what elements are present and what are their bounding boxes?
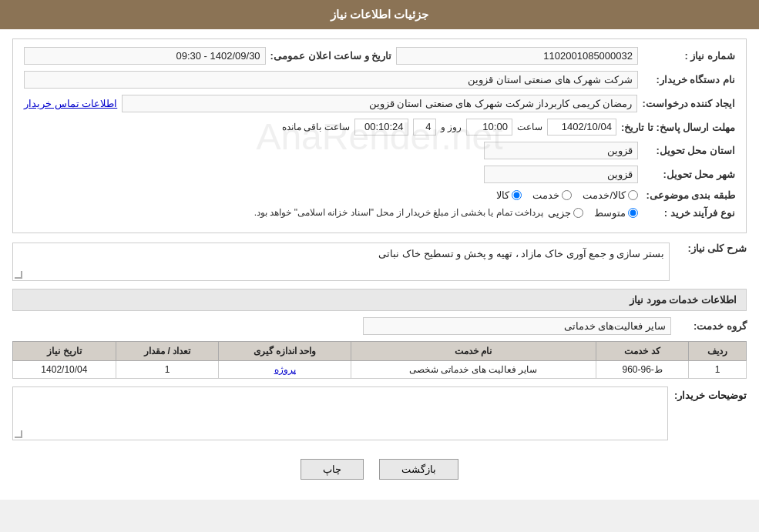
services-table: ردیف کد خدمت نام خدمت واحد اندازه گیری ت…: [12, 341, 747, 379]
process-radio-group: متوسط جزیی: [548, 207, 638, 219]
resize-handle[interactable]: [15, 271, 22, 279]
org-row: نام دستگاه خریدار: شرکت شهرک های صنعتی ا…: [24, 71, 735, 89]
need-number-value: 1102001085000032: [396, 47, 638, 65]
creator-row: ایجاد کننده درخواست: رمضان کریمی کاربردا…: [24, 95, 735, 112]
group-service-row: گروه خدمت: سایر فعالیت‌های خدماتی: [12, 317, 747, 335]
need-desc-label: شرح کلی نیاز:: [677, 243, 747, 254]
org-value: شرکت شهرک های صنعتی استان قزوین: [24, 71, 638, 89]
buyer-desc-label: توضیحات خریدار:: [674, 386, 747, 401]
footer-buttons: بازگشت چاپ: [12, 448, 747, 490]
city-value: قزوین: [484, 166, 638, 183]
need-number-label: شماره نیاز :: [643, 50, 735, 62]
page-wrapper: جزئیات اطلاعات نیاز AnaRender.net شماره …: [0, 0, 759, 500]
time-label: ساعت: [517, 122, 542, 132]
cell-quantity: 1: [116, 361, 219, 379]
need-desc-box: بستر سازی و جمع آوری خاک مازاد ، تهیه و …: [12, 243, 670, 281]
need-desc-value: بستر سازی و جمع آوری خاک مازاد ، تهیه و …: [378, 248, 664, 259]
category-kala-radio[interactable]: [512, 190, 522, 200]
process-desc: پرداخت تمام یا بخشی از مبلغ خریدار از مح…: [24, 207, 543, 218]
page-title: جزئیات اطلاعات نیاز: [331, 8, 428, 21]
process-type-row: نوع فرآیند خرید : متوسط جزیی پرداخت تمام…: [24, 207, 735, 219]
date-row: مهلت ارسال پاسخ: تا تاریخ: 1402/10/04 سا…: [24, 119, 735, 136]
category-radio-group: کالا/خدمت خدمت کالا: [496, 189, 638, 201]
province-value: قزوین: [484, 142, 638, 159]
city-label: شهر محل تحویل:: [643, 169, 735, 180]
back-button[interactable]: بازگشت: [379, 459, 458, 480]
need-desc-section: شرح کلی نیاز: بستر سازی و جمع آوری خاک م…: [12, 243, 747, 281]
main-info-section: AnaRender.net شماره نیاز : 1102001085000…: [12, 38, 747, 233]
process-motavaset-label: متوسط: [594, 207, 626, 219]
table-header-row: ردیف کد خدمت نام خدمت واحد اندازه گیری ت…: [13, 342, 747, 361]
announce-value: 1402/09/30 - 09:30: [24, 47, 266, 65]
content-area: AnaRender.net شماره نیاز : 1102001085000…: [0, 29, 759, 500]
col-name: نام خدمت: [351, 342, 596, 361]
city-row: شهر محل تحویل: قزوین: [24, 166, 735, 183]
process-motavaset-item[interactable]: متوسط: [594, 207, 638, 219]
col-quantity: تعداد / مقدار: [116, 342, 219, 361]
time-value: 10:00: [466, 119, 512, 136]
table-row: 1 ط-96-960 سایر فعالیت های خدماتی شخصی پ…: [13, 361, 747, 379]
process-motavaset-radio[interactable]: [628, 208, 638, 218]
province-row: استان محل تحویل: قزوین: [24, 142, 735, 159]
category-khedmat-label: خدمت: [532, 189, 559, 201]
process-jazvi-radio[interactable]: [573, 208, 583, 218]
print-button[interactable]: چاپ: [301, 459, 364, 480]
process-jazvi-label: جزیی: [548, 207, 571, 219]
category-khedmat-item[interactable]: خدمت: [532, 189, 572, 201]
announce-label: تاریخ و ساعت اعلان عمومی:: [270, 50, 392, 62]
contact-link[interactable]: اطلاعات تماس خریدار: [24, 98, 117, 109]
remain-label: ساعت باقی مانده: [282, 122, 350, 132]
col-date: تاریخ نیاز: [13, 342, 116, 361]
cell-date: 1402/10/04: [13, 361, 116, 379]
cell-row: 1: [689, 361, 747, 379]
buyer-desc-resize-handle[interactable]: [15, 430, 22, 438]
cell-code: ط-96-960: [596, 361, 688, 379]
category-kala-khedmat-label: کالا/خدمت: [583, 189, 626, 201]
province-label: استان محل تحویل:: [643, 145, 735, 156]
buyer-desc-section: توضیحات خریدار:: [12, 386, 747, 440]
need-number-row: شماره نیاز : 1102001085000032 تاریخ و سا…: [24, 47, 735, 65]
services-table-section: ردیف کد خدمت نام خدمت واحد اندازه گیری ت…: [12, 341, 747, 379]
date-value: 1402/10/04: [547, 119, 616, 136]
group-service-label: گروه خدمت:: [677, 320, 747, 332]
services-section-title: اطلاعات خدمات مورد نیاز: [12, 289, 747, 311]
category-kala-khedmat-radio[interactable]: [628, 190, 638, 200]
day-value: 4: [413, 119, 436, 136]
creator-value: رمضان کریمی کاربرداز شرکت شهرک های صنعتی…: [122, 95, 637, 112]
category-label: طبقه بندی موضوعی:: [643, 189, 735, 201]
process-label: نوع فرآیند خرید :: [643, 207, 735, 219]
col-row: ردیف: [689, 342, 747, 361]
category-kala-khedmat-item[interactable]: کالا/خدمت: [583, 189, 638, 201]
buyer-desc-box: [12, 386, 668, 440]
remain-value: 00:10:24: [354, 119, 408, 136]
col-code: کد خدمت: [596, 342, 688, 361]
col-unit: واحد اندازه گیری: [219, 342, 351, 361]
day-label: روز و: [441, 122, 462, 132]
org-label: نام دستگاه خریدار:: [643, 74, 735, 85]
group-service-value: سایر فعالیت‌های خدماتی: [363, 317, 671, 335]
date-label: مهلت ارسال پاسخ: تا تاریخ:: [621, 122, 735, 133]
category-kala-item[interactable]: کالا: [496, 189, 522, 201]
category-kala-label: کالا: [496, 189, 509, 201]
cell-name: سایر فعالیت های خدماتی شخصی: [351, 361, 596, 379]
process-jazvi-item[interactable]: جزیی: [548, 207, 583, 219]
cell-unit[interactable]: پروژه: [219, 361, 351, 379]
page-header: جزئیات اطلاعات نیاز: [0, 0, 759, 29]
creator-label: ایجاد کننده درخواست:: [642, 98, 735, 109]
category-row: طبقه بندی موضوعی: کالا/خدمت خدمت کالا: [24, 189, 735, 201]
category-khedmat-radio[interactable]: [562, 190, 572, 200]
